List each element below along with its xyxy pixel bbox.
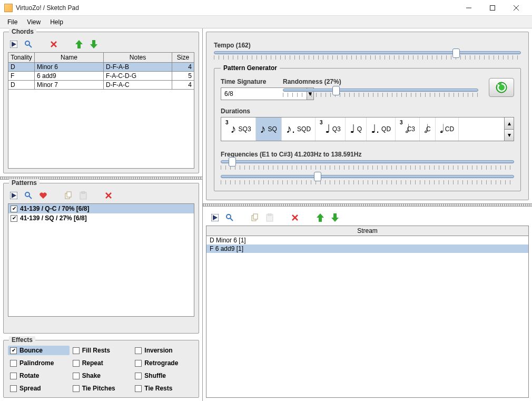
checkbox[interactable]: [73, 385, 80, 392]
duration-qd[interactable]: ♩.QD: [367, 118, 396, 141]
checkbox[interactable]: [73, 373, 80, 379]
effect-rotate[interactable]: Rotate: [8, 371, 70, 380]
minimize-button[interactable]: [457, 1, 480, 15]
duration-sq3[interactable]: 3♪SQ3: [221, 118, 256, 141]
play-icon[interactable]: [9, 40, 18, 49]
effect-retrograde[interactable]: Retrograde: [133, 358, 194, 368]
svg-point-6: [25, 41, 29, 45]
svg-rect-29: [253, 214, 258, 219]
list-item[interactable]: ✔41-139 / SQ / 27% [6/8]: [8, 213, 194, 223]
chords-table[interactable]: Tonality Name Notes Size DMinor 6D-F-A-B…: [8, 52, 194, 90]
randomness-thumb[interactable]: [332, 86, 340, 95]
menu-bar: File View Help: [0, 16, 532, 28]
play-icon[interactable]: [9, 191, 18, 200]
table-row[interactable]: DMinor 7D-F-A-C4: [8, 81, 194, 90]
menu-file[interactable]: File: [3, 17, 22, 27]
search-icon[interactable]: [24, 191, 33, 200]
checkbox[interactable]: [73, 347, 80, 354]
horizontal-splitter-right[interactable]: [203, 203, 532, 207]
generate-button[interactable]: [489, 78, 514, 97]
move-down-icon[interactable]: [89, 40, 98, 49]
paste-icon[interactable]: [265, 213, 274, 222]
checkbox[interactable]: [135, 360, 142, 367]
copy-icon[interactable]: [250, 213, 260, 222]
chords-table-empty-area[interactable]: [8, 90, 194, 169]
play-icon[interactable]: [210, 213, 220, 222]
svg-rect-31: [268, 213, 271, 216]
delete-icon[interactable]: [104, 191, 113, 200]
randomness-slider[interactable]: [283, 89, 478, 92]
stream-table[interactable]: Stream D Minor 6 [1]F 6 add9 [1]: [206, 226, 529, 398]
menu-view[interactable]: View: [23, 17, 45, 27]
duration-q[interactable]: ♩Q: [346, 118, 367, 141]
time-signature-combo[interactable]: ▼: [221, 87, 272, 100]
spinner-down-icon[interactable]: ▾: [505, 130, 514, 141]
spinner-up-icon[interactable]: ▴: [505, 118, 514, 130]
menu-help[interactable]: Help: [46, 17, 67, 27]
effect-tie-rests[interactable]: Tie Rests: [133, 384, 194, 393]
effect-label: Bounce: [19, 347, 43, 354]
effect-label: Inversion: [144, 347, 172, 354]
duration-c3[interactable]: 3𝅗𝅥C3: [396, 118, 420, 141]
checkbox[interactable]: ✔: [11, 206, 17, 212]
randomness-ticks: [283, 93, 478, 97]
checkbox[interactable]: ✔: [10, 347, 17, 354]
freq-low-slider[interactable]: [221, 160, 514, 163]
checkbox[interactable]: [10, 373, 17, 379]
patterns-list[interactable]: ✔41-139 / Q-C / 70% [6/8]✔41-139 / SQ / …: [8, 203, 194, 317]
tempo-thumb[interactable]: [452, 48, 460, 58]
stream-row[interactable]: F 6 add9 [1]: [206, 244, 528, 253]
checkbox[interactable]: [135, 347, 142, 354]
col-name[interactable]: Name: [35, 53, 104, 63]
freq-high-slider[interactable]: [221, 175, 514, 178]
duration-q3[interactable]: 3♩Q3: [316, 118, 346, 141]
copy-icon[interactable]: [64, 191, 73, 200]
list-item[interactable]: ✔41-139 / Q-C / 70% [6/8]: [8, 204, 194, 213]
table-row[interactable]: F6 add9F-A-C-D-G5: [8, 72, 194, 81]
svg-line-27: [230, 218, 233, 221]
favorite-icon[interactable]: [38, 191, 48, 200]
effects-panel: Effects ✔BounceFill RestsInversionPalind…: [3, 340, 199, 398]
checkbox[interactable]: [135, 385, 142, 392]
col-size[interactable]: Size: [172, 53, 194, 63]
maximize-button[interactable]: [480, 1, 504, 15]
freq-high-thumb[interactable]: [314, 172, 321, 181]
checkbox[interactable]: [10, 385, 17, 392]
col-notes[interactable]: Notes: [104, 53, 172, 63]
stream-header[interactable]: Stream: [206, 226, 528, 236]
effect-bounce[interactable]: ✔Bounce: [8, 346, 70, 355]
effect-spread[interactable]: Spread: [8, 384, 70, 393]
move-up-icon[interactable]: [74, 40, 84, 49]
search-icon[interactable]: [24, 40, 33, 49]
duration-sqd[interactable]: ♪.SQD: [282, 118, 316, 141]
checkbox[interactable]: ✔: [11, 215, 17, 222]
checkbox[interactable]: [135, 373, 142, 379]
effect-palindrome[interactable]: Palindrome: [8, 358, 70, 368]
effect-shake[interactable]: Shake: [71, 371, 132, 380]
effect-fill-rests[interactable]: Fill Rests: [71, 346, 132, 355]
delete-icon[interactable]: [49, 40, 58, 49]
paste-icon[interactable]: [78, 191, 88, 200]
delete-icon[interactable]: [290, 213, 300, 222]
duration-sq[interactable]: ♪SQ: [256, 118, 282, 141]
move-down-icon[interactable]: [330, 213, 340, 222]
tempo-slider[interactable]: [214, 51, 521, 54]
svg-line-7: [29, 45, 32, 47]
effect-tie-pitches[interactable]: Tie Pitches: [71, 384, 132, 393]
stream-row[interactable]: D Minor 6 [1]: [206, 236, 528, 244]
effect-shuffle[interactable]: Shuffle: [133, 371, 194, 380]
duration-spinner[interactable]: ▴ ▾: [504, 118, 514, 141]
duration-c[interactable]: 𝅗𝅥C: [420, 118, 436, 141]
col-tonality[interactable]: Tonality: [8, 53, 35, 63]
checkbox[interactable]: [10, 360, 17, 367]
stream-panel: Stream D Minor 6 [1]F 6 add9 [1]: [206, 210, 529, 398]
checkbox[interactable]: [73, 360, 80, 367]
freq-low-thumb[interactable]: [229, 157, 236, 167]
table-row[interactable]: DMinor 6D-F-A-B4: [8, 63, 194, 72]
duration-cd[interactable]: 𝅗𝅥.CD: [436, 118, 459, 141]
effect-repeat[interactable]: Repeat: [71, 358, 132, 368]
effect-inversion[interactable]: Inversion: [133, 346, 194, 355]
close-button[interactable]: [504, 1, 528, 15]
search-icon[interactable]: [225, 213, 234, 222]
move-up-icon[interactable]: [316, 213, 325, 222]
